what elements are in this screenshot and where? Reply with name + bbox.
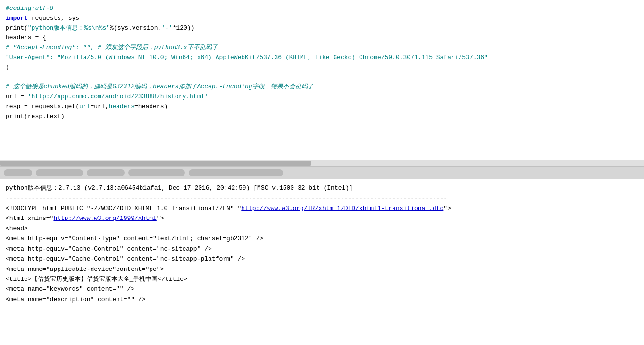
output-line-10: <title>【借贷宝历史版本】借贷宝版本大全_手机中国</title> xyxy=(6,274,638,284)
output-separator: ----------------------------------------… xyxy=(6,194,447,202)
output-text: <meta http-equiv="Content-Type" content=… xyxy=(6,235,263,242)
output-text: "> xyxy=(443,205,451,212)
code-text: #coding:utf-8 xyxy=(6,5,53,12)
code-line-6: "User-Agent": "Mozilla/5.0 (Windows NT 1… xyxy=(6,53,638,63)
code-line-8 xyxy=(6,73,638,83)
output-line-2: ----------------------------------------… xyxy=(6,193,638,203)
horizontal-scrollbar[interactable] xyxy=(0,160,644,166)
code-comment: # "Accept-Encoding": "", # 添加这个字段后，pytho… xyxy=(6,44,218,51)
code-string: "User-Agent": "Mozilla/5.0 (Windows NT 1… xyxy=(6,54,488,61)
output-text: <html xmlns=" xyxy=(6,215,53,222)
code-line-9: # 这个链接是chunked编码的，源码是GB2312编码，headers添加了… xyxy=(6,82,638,92)
code-text: headers = { xyxy=(6,34,46,41)
output-text: <meta name="description" content="" /> xyxy=(6,296,145,303)
output-text: <title>【借贷宝历史版本】借贷宝版本大全_手机中国</title> xyxy=(6,276,187,283)
code-param: url xyxy=(79,103,90,110)
output-text: <meta name="keywords" content="" /> xyxy=(6,286,134,293)
divider-pill-4 xyxy=(128,169,185,176)
code-text: =headers) xyxy=(134,103,167,110)
code-text: *120)) xyxy=(173,25,195,32)
code-text: url = xyxy=(6,93,28,100)
code-line-3: print("python版本信息：%s\n%s"%(sys.version,'… xyxy=(6,24,638,34)
output-text: <meta http-equiv="Cache-Control" content… xyxy=(6,245,212,252)
output-line-6: <meta http-equiv="Content-Type" content=… xyxy=(6,234,638,244)
output-line-3: <!DOCTYPE html PUBLIC "-//W3C//DTD XHTML… xyxy=(6,203,638,213)
divider-bar xyxy=(0,166,644,179)
output-text: python版本信息：2.7.13 (v2.7.13:a06454b1afa1,… xyxy=(6,185,353,192)
output-line-1: python版本信息：2.7.13 (v2.7.13:a06454b1afa1,… xyxy=(6,183,638,193)
output-text: <meta name="applicable-device"content="p… xyxy=(6,266,164,273)
code-text: resp = requests.get( xyxy=(6,103,79,110)
code-text: } xyxy=(6,64,9,71)
output-line-8: <meta http-equiv="Cache-Control" content… xyxy=(6,254,638,264)
code-text: requests, sys xyxy=(32,15,79,22)
output-line-4: <html xmlns="http://www.w3.org/1999/xhtm… xyxy=(6,213,638,223)
output-text: <!DOCTYPE html PUBLIC "-//W3C//DTD XHTML… xyxy=(6,205,241,212)
output-text: <meta http-equiv="Cache-Control" content… xyxy=(6,255,245,262)
code-editor-pane: #coding:utf-8 import requests, sys print… xyxy=(0,0,644,160)
code-text: %(sys.version, xyxy=(110,25,161,32)
code-text: print(resp.text) xyxy=(6,113,65,120)
output-line-11: <meta name="keywords" content="" /> xyxy=(6,284,638,294)
code-line-4: headers = { xyxy=(6,33,638,43)
code-line-11: resp = requests.get(url=url,headers=head… xyxy=(6,102,638,112)
divider-pill-3 xyxy=(87,169,125,176)
code-line-7: } xyxy=(6,63,638,73)
code-line-2: import requests, sys xyxy=(6,14,638,24)
divider-pill-5 xyxy=(189,169,283,176)
code-string: '-' xyxy=(161,25,172,32)
code-text: print( xyxy=(6,25,28,32)
output-line-12: <meta name="description" content="" /> xyxy=(6,295,638,304)
code-line-1: #coding:utf-8 xyxy=(6,4,638,14)
output-pane: python版本信息：2.7.13 (v2.7.13:a06454b1afa1,… xyxy=(0,179,644,345)
code-comment: # 这个链接是chunked编码的，源码是GB2312编码，headers添加了… xyxy=(6,83,314,90)
code-url: 'http://app.cnmo.com/android/233888/hist… xyxy=(28,93,208,100)
output-line-9: <meta name="applicable-device"content="p… xyxy=(6,264,638,274)
code-line-10: url = 'http://app.cnmo.com/android/23388… xyxy=(6,92,638,102)
output-line-5: <head> xyxy=(6,224,638,234)
code-param: headers xyxy=(109,103,134,110)
code-text: =url, xyxy=(90,103,109,110)
divider-pill-1 xyxy=(4,169,32,176)
output-text: "> xyxy=(157,215,164,222)
code-line-5: # "Accept-Encoding": "", # 添加这个字段后，pytho… xyxy=(6,43,638,53)
code-line-12: print(resp.text) xyxy=(6,112,638,122)
output-line-7: <meta http-equiv="Cache-Control" content… xyxy=(6,244,638,254)
main-container: #coding:utf-8 import requests, sys print… xyxy=(0,0,644,345)
output-link-xhtml-dtd[interactable]: http://www.w3.org/TR/xhtml1/DTD/xhtml1-t… xyxy=(241,205,443,212)
output-link-xmlns[interactable]: http://www.w3.org/1999/xhtml xyxy=(53,215,156,222)
scrollbar-thumb[interactable] xyxy=(0,161,311,166)
code-string: "python版本信息：%s\n%s" xyxy=(28,25,110,32)
divider-pill-2 xyxy=(36,169,83,176)
output-text: <head> xyxy=(6,225,28,232)
code-keyword: import xyxy=(6,15,28,22)
